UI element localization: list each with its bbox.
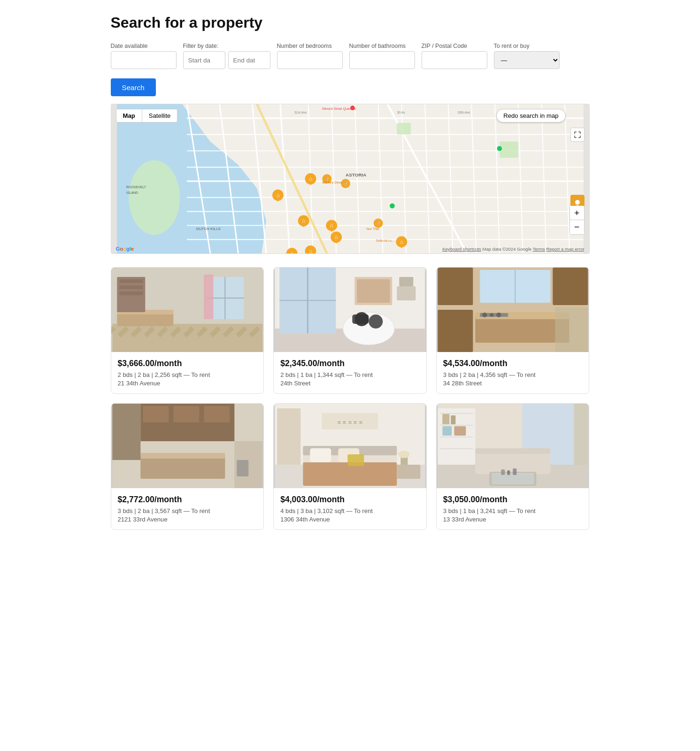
rent-buy-select[interactable]: — To rent To buy — [494, 51, 560, 69]
svg-text:31st Ave: 31st Ave — [294, 111, 307, 114]
svg-text:DUTCH KILLS: DUTCH KILLS — [196, 227, 221, 231]
end-date-input[interactable] — [228, 51, 270, 69]
svg-rect-122 — [553, 268, 588, 305]
listing-price: $3,666.00/month — [118, 359, 257, 368]
svg-text:Bel Aire Diner: Bel Aire Diner — [322, 181, 342, 184]
page-wrapper: Search for a property Date available Fil… — [101, 0, 599, 544]
svg-rect-113 — [397, 286, 415, 300]
map-data-text: Map data ©2024 Google — [482, 246, 531, 252]
listing-address: 24th Street — [280, 380, 420, 387]
svg-text:ASTORIA: ASTORIA — [346, 172, 366, 177]
listing-image — [437, 404, 589, 488]
listing-address: 21 34th Avenue — [118, 380, 257, 387]
svg-text:⌂: ⌂ — [400, 238, 403, 245]
svg-rect-177 — [513, 468, 516, 475]
svg-rect-157 — [277, 408, 300, 465]
bathrooms-label: Number of bathrooms — [349, 43, 415, 49]
svg-rect-148 — [310, 448, 331, 462]
bedrooms-input[interactable] — [277, 51, 343, 69]
listing-card[interactable]: 〓 〓 〓 〓 〓 $4,003.00/month 4 bds | 3 ba |… — [273, 403, 427, 530]
listing-card[interactable]: $4,534.00/month 3 bds | 2 ba | 4,356 sqf… — [436, 267, 590, 394]
svg-rect-95 — [204, 275, 213, 319]
date-range-inputs — [183, 51, 270, 69]
listing-address: 2121 33rd Avenue — [118, 516, 257, 523]
zoom-in-button[interactable]: + — [570, 206, 584, 220]
keyboard-shortcuts[interactable]: Keyboard shortcuts — [442, 246, 481, 252]
report-link[interactable]: Report a map error — [546, 246, 584, 252]
listing-image — [274, 268, 426, 352]
svg-rect-168 — [451, 415, 455, 424]
svg-rect-129 — [555, 307, 588, 352]
svg-point-125 — [490, 313, 493, 317]
page-title: Search for a property — [111, 14, 590, 31]
listing-price: $2,772.00/month — [118, 495, 257, 505]
svg-text:ISLAND: ISLAND — [126, 191, 138, 194]
terms-link[interactable]: Terms — [533, 246, 545, 252]
listing-info: $2,772.00/month 3 bds | 2 ba | 3,567 sqf… — [111, 488, 264, 529]
svg-text:⌂: ⌂ — [276, 192, 279, 199]
svg-rect-172 — [475, 448, 550, 454]
svg-rect-112 — [357, 279, 390, 303]
search-button[interactable]: Search — [111, 78, 156, 96]
svg-point-72 — [389, 203, 395, 209]
listing-card[interactable]: $2,772.00/month 3 bds | 2 ba | 3,567 sqf… — [111, 403, 264, 530]
svg-rect-100 — [119, 285, 143, 289]
svg-rect-101 — [119, 291, 143, 295]
listing-address: 13 33rd Avenue — [443, 516, 583, 523]
listing-details: 3 bds | 1 ba | 3,241 sqft — To rent — [443, 507, 583, 514]
svg-rect-156 — [397, 465, 420, 479]
filter-by-date-label: Filter by date: — [183, 43, 270, 49]
svg-rect-175 — [501, 469, 505, 475]
svg-rect-31 — [397, 123, 411, 135]
svg-text:28th Ave: 28th Ave — [457, 111, 470, 114]
svg-rect-120 — [438, 268, 473, 305]
map-tab-satellite[interactable]: Satellite — [142, 109, 178, 123]
svg-text:⌂: ⌂ — [334, 234, 338, 240]
listing-card[interactable]: $2,345.00/month 2 bds | 1 ba | 1,344 sqf… — [273, 267, 427, 394]
listing-info: $4,534.00/month 3 bds | 2 ba | 4,356 sqf… — [437, 352, 589, 393]
zoom-out-button[interactable]: − — [570, 220, 584, 234]
svg-rect-136 — [140, 453, 225, 459]
listing-card[interactable]: $3,666.00/month 2 bds | 2 ba | 2,256 sqf… — [111, 267, 264, 394]
listing-price: $4,534.00/month — [443, 359, 583, 368]
listing-details: 4 bds | 3 ba | 3,102 sqft — To rent — [280, 507, 420, 514]
svg-point-76 — [575, 200, 580, 205]
listing-info: $3,050.00/month 3 bds | 1 ba | 3,241 sqf… — [437, 488, 589, 529]
svg-text:30 Av: 30 Av — [397, 111, 405, 114]
svg-point-124 — [482, 313, 487, 317]
listing-details: 2 bds | 1 ba | 1,344 sqft — To rent — [280, 371, 420, 378]
svg-text:〓 〓 〓 〓 〓: 〓 〓 〓 〓 〓 — [337, 420, 363, 425]
listing-price: $2,345.00/month — [280, 359, 420, 368]
date-available-group: Date available — [111, 43, 177, 69]
zip-group: ZIP / Postal Code — [422, 43, 487, 69]
svg-point-126 — [496, 313, 501, 317]
listing-image: 〓 〓 〓 〓 〓 — [274, 404, 426, 488]
bedrooms-label: Number of bedrooms — [277, 43, 343, 49]
map-tab-map[interactable]: Map — [116, 109, 142, 123]
map-zoom-controls: + − — [569, 206, 585, 235]
svg-rect-164 — [440, 425, 473, 426]
listing-card[interactable]: $3,050.00/month 3 bds | 1 ba | 3,241 sqf… — [436, 403, 590, 530]
bathrooms-input[interactable] — [349, 51, 415, 69]
svg-rect-114 — [399, 277, 413, 286]
svg-rect-110 — [369, 314, 383, 329]
start-date-input[interactable] — [183, 51, 225, 69]
svg-text:⌂: ⌂ — [308, 248, 312, 253]
svg-text:🍴: 🍴 — [343, 181, 348, 187]
fullscreen-icon[interactable] — [570, 128, 585, 142]
svg-rect-174 — [492, 473, 534, 484]
svg-rect-169 — [442, 426, 452, 436]
zip-input[interactable] — [422, 51, 487, 69]
google-logo: Google — [116, 246, 134, 252]
date-available-label: Date available — [111, 43, 177, 49]
zip-label: ZIP / Postal Code — [422, 43, 487, 49]
svg-text:Sotto la Lu...: Sotto la Lu... — [376, 239, 394, 242]
date-available-input[interactable] — [111, 51, 177, 69]
redo-search-button[interactable]: Redo search in map — [496, 109, 565, 123]
svg-rect-121 — [438, 310, 473, 352]
bedrooms-group: Number of bedrooms — [277, 43, 343, 69]
svg-rect-163 — [440, 413, 473, 414]
svg-rect-151 — [347, 454, 364, 466]
svg-rect-166 — [440, 448, 473, 449]
listing-image — [437, 268, 589, 352]
